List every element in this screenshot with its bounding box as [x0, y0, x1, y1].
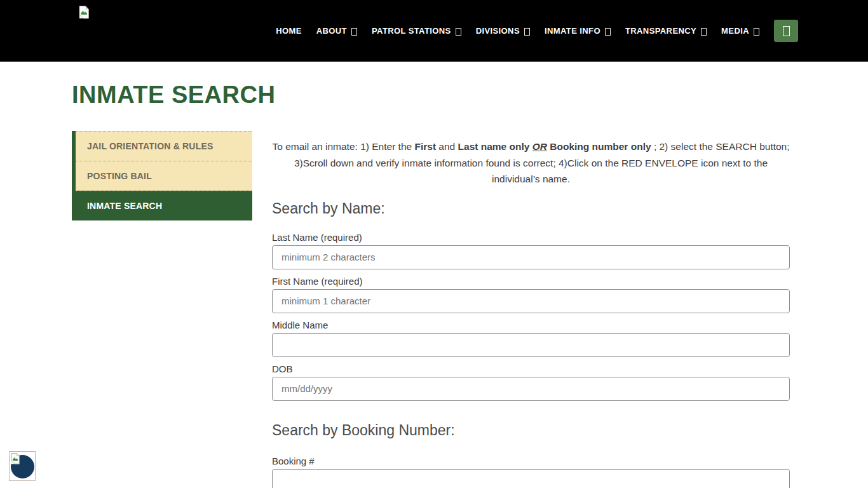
instructions-segment: To email an inmate: 1) Enter the	[272, 141, 414, 152]
nav-item-media[interactable]: MEDIA	[721, 26, 759, 36]
first-name-label: First Name (required)	[272, 276, 790, 287]
dob-input[interactable]	[272, 377, 790, 401]
nav-item-label: DIVISIONS	[476, 26, 520, 36]
booking-number-field: Booking #	[272, 456, 790, 488]
middle-name-field: Middle Name	[272, 320, 790, 357]
dropdown-caret-icon	[701, 28, 707, 36]
dropdown-caret-icon	[524, 28, 530, 36]
first-name-field: First Name (required)	[272, 276, 790, 313]
nav-item-label: ABOUT	[316, 26, 347, 36]
instructions-segment-bold: Last name only	[458, 141, 532, 152]
search-by-booking-heading: Search by Booking Number:	[272, 422, 790, 439]
nav-item-transparency[interactable]: TRANSPARENCY	[625, 26, 707, 36]
nav-item-patrol-stations[interactable]: PATROL STATIONS	[372, 26, 461, 36]
middle-name-label: Middle Name	[272, 320, 790, 330]
booking-number-input[interactable]	[272, 469, 790, 488]
nav-item-label: INMATE INFO	[545, 26, 600, 36]
instructions-segment-bold: First	[414, 141, 436, 152]
first-name-input[interactable]	[272, 289, 790, 313]
page-title: INMATE SEARCH	[72, 81, 868, 109]
content-area: JAIL ORIENTATION & RULES POSTING BAIL IN…	[72, 131, 790, 488]
last-name-field: Last Name (required)	[272, 232, 790, 269]
sidebar-menu: JAIL ORIENTATION & RULES POSTING BAIL IN…	[72, 131, 252, 220]
sidebar-item-inmate-search[interactable]: INMATE SEARCH	[76, 191, 252, 220]
middle-name-input[interactable]	[272, 333, 790, 357]
nav-item-about[interactable]: ABOUT	[316, 26, 357, 36]
nav-item-home[interactable]: HOME	[276, 26, 302, 36]
accessibility-widget-button[interactable]	[9, 451, 36, 481]
booking-number-label: Booking #	[272, 456, 790, 466]
inmate-search-form: To email an inmate: 1) Enter the First a…	[272, 131, 790, 488]
last-name-input[interactable]	[272, 245, 790, 269]
dob-field: DOB	[272, 363, 790, 401]
search-icon	[783, 26, 790, 36]
nav-item-label: HOME	[276, 26, 302, 36]
dropdown-caret-icon	[351, 28, 357, 36]
main-nav: HOME ABOUT PATROL STATIONS DIVISIONS INM…	[276, 0, 798, 62]
instructions-segment-bold: Booking number only	[547, 141, 651, 152]
dob-label: DOB	[272, 363, 790, 374]
instructions-segment: and	[436, 141, 458, 152]
broken-image-icon	[11, 453, 20, 464]
sidebar-item-posting-bail[interactable]: POSTING BAIL	[76, 161, 252, 191]
top-nav-bar: HOME ABOUT PATROL STATIONS DIVISIONS INM…	[0, 0, 868, 62]
nav-item-label: MEDIA	[721, 26, 749, 36]
nav-item-inmate-info[interactable]: INMATE INFO	[545, 26, 611, 36]
broken-image-icon	[79, 6, 90, 19]
site-logo[interactable]	[79, 6, 90, 19]
sidebar-item-jail-orientation-rules[interactable]: JAIL ORIENTATION & RULES	[76, 131, 252, 161]
instructions-text: To email an inmate: 1) Enter the First a…	[272, 139, 790, 187]
dropdown-caret-icon	[754, 28, 759, 36]
search-by-name-heading: Search by Name:	[272, 200, 790, 217]
nav-search-button[interactable]	[774, 20, 798, 42]
dropdown-caret-icon	[605, 28, 611, 36]
last-name-label: Last Name (required)	[272, 232, 790, 243]
nav-item-label: TRANSPARENCY	[625, 26, 696, 36]
nav-item-label: PATROL STATIONS	[372, 26, 451, 36]
instructions-segment-or: OR	[532, 141, 547, 152]
nav-item-divisions[interactable]: DIVISIONS	[476, 26, 530, 36]
dropdown-caret-icon	[456, 28, 461, 36]
